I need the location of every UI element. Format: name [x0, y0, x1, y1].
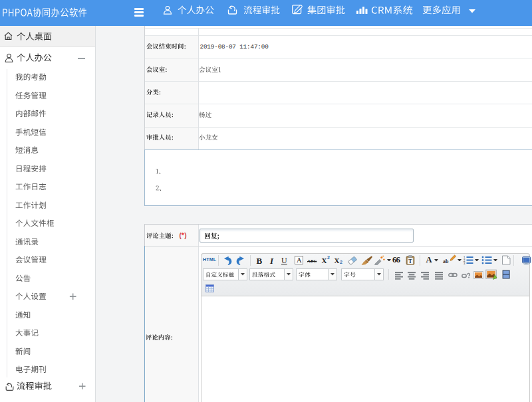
svg-text:3: 3 [464, 262, 466, 264]
svg-text:T: T [408, 258, 412, 264]
